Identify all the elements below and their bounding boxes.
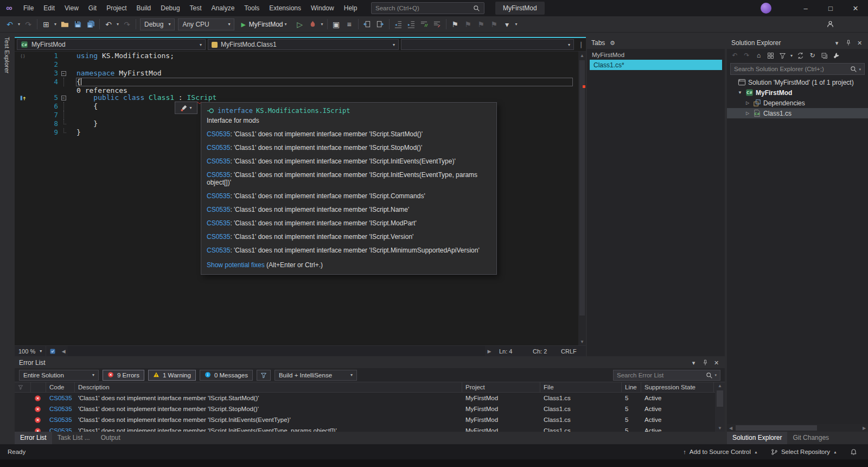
scroll-right-icon[interactable]: ▶ — [485, 349, 494, 354]
warnings-filter-button[interactable]: 1 Warning — [148, 370, 196, 381]
scroll-up-icon[interactable]: ▲ — [715, 382, 725, 389]
solution-configurations-dropdown[interactable]: Debug ▾ — [140, 18, 175, 30]
scroll-right-icon[interactable]: ▶ — [860, 426, 868, 431]
clear-bookmarks-icon[interactable]: ⚑ — [488, 18, 501, 31]
outlining-margin[interactable]: − — [58, 93, 69, 102]
navigate-forward-icon[interactable]: ↷ — [22, 18, 35, 31]
collapse-icon[interactable]: − — [61, 71, 66, 76]
error-row-1[interactable]: CS0535'Class1' does not implement interf… — [15, 403, 715, 414]
column-header-suppression-state[interactable]: Suppression State — [641, 382, 714, 392]
document-health-icon[interactable] — [49, 348, 56, 355]
hot-reload-dropdown[interactable]: ▾ — [320, 22, 325, 27]
messages-filter-button[interactable]: 0 Messages — [200, 370, 253, 381]
outlining-margin[interactable]: − — [58, 69, 69, 78]
add-to-source-control-button[interactable]: ↑ Add to Source Control ▲ — [683, 449, 758, 455]
expander-icon[interactable]: ▷ — [744, 100, 751, 105]
select-repository-button[interactable]: Select Repository ▲ — [771, 449, 837, 456]
undo-icon[interactable]: ↶ — [102, 18, 115, 31]
solution-platforms-dropdown[interactable]: Any CPU ▾ — [178, 18, 234, 30]
close-icon[interactable]: ✕ — [856, 39, 864, 47]
chevron-down-icon[interactable]: ▾ — [859, 67, 861, 71]
tabs-panel-header[interactable]: Tabs ⚙ — [587, 37, 725, 49]
account-avatar[interactable] — [761, 3, 771, 14]
menu-item-view[interactable]: View — [60, 0, 84, 16]
editor-vertical-scrollbar[interactable]: ▲ ▼ — [578, 52, 586, 345]
toggle-bookmark-icon[interactable]: ⚑ — [449, 18, 462, 31]
save-all-icon[interactable] — [84, 18, 97, 31]
breakpoints-window-icon[interactable]: ≡ — [343, 18, 356, 31]
navigate-backward-icon[interactable]: ↶ — [3, 18, 16, 31]
solution-explorer-search-input[interactable] — [734, 66, 848, 72]
scrollbar-thumb[interactable] — [579, 60, 585, 315]
close-icon[interactable]: ✕ — [712, 359, 720, 367]
error-code-link[interactable]: CS0535 — [207, 233, 230, 241]
refresh-icon[interactable]: ↻ — [807, 50, 818, 61]
type-dropdown[interactable]: MyFirstMod.Class1 ▾ — [208, 39, 399, 50]
bottom-tab-task-list[interactable]: Task List ... — [52, 432, 95, 444]
pin-icon[interactable] — [844, 39, 852, 47]
new-project-icon[interactable]: ⊞ — [40, 18, 53, 31]
column-header-line[interactable]: Line — [622, 382, 641, 392]
code-line-3[interactable]: 3−namespace MyFirstMod — [15, 69, 578, 78]
filter-button[interactable] — [257, 370, 271, 381]
column-header-project[interactable]: Project — [462, 382, 540, 392]
collapse-icon[interactable]: − — [61, 96, 66, 100]
bottom-tab-output[interactable]: Output — [95, 432, 126, 444]
errors-filter-button[interactable]: 9 Errors — [103, 370, 144, 381]
source-dropdown[interactable]: Build + IntelliSense ▾ — [275, 370, 357, 381]
navigate-forward-icon[interactable]: ↷ — [741, 50, 752, 61]
scope-dropdown[interactable]: Entire Solution ▾ — [19, 370, 99, 381]
show-potential-fixes-link[interactable]: Show potential fixes — [207, 261, 265, 269]
tree-item-dependencies[interactable]: ▷Dependencies — [727, 98, 868, 108]
menu-item-help[interactable]: Help — [339, 0, 362, 16]
error-code-link[interactable]: CS0535 — [207, 144, 230, 152]
indent-increase-icon[interactable] — [405, 18, 418, 31]
error-list-search-box[interactable]: ▾ — [613, 370, 720, 381]
scroll-up-icon[interactable]: ▲ — [578, 52, 586, 59]
error-list-search-input[interactable] — [617, 372, 704, 378]
indent-decrease-icon[interactable] — [392, 18, 405, 31]
scrollbar-thumb[interactable] — [736, 425, 817, 431]
editor-horizontal-scrollbar[interactable] — [68, 346, 485, 356]
column-header-icon1[interactable] — [31, 382, 46, 392]
solution-explorer-search-box[interactable]: ▾ — [730, 63, 865, 75]
error-row-0[interactable]: CS0535'Class1' does not implement interf… — [15, 393, 715, 403]
code-line-4[interactable]: 4{ — [15, 78, 578, 86]
menu-item-build[interactable]: Build — [132, 0, 156, 16]
menu-item-project[interactable]: Project — [101, 0, 131, 16]
comment-selection-icon[interactable] — [418, 18, 431, 31]
undo-dropdown[interactable]: ▾ — [115, 22, 120, 27]
zoom-dropdown[interactable]: 100 % ▾ — [15, 346, 46, 356]
save-icon[interactable] — [71, 18, 84, 31]
toolbar-options-dropdown[interactable]: ▾ — [514, 22, 519, 27]
navigate-forward-document-icon[interactable] — [374, 18, 387, 31]
minimize-button[interactable]: – — [793, 0, 818, 16]
solution-explorer-header[interactable]: Solution Explorer ▾ ✕ — [727, 37, 868, 49]
solution-explorer-horizontal-scrollbar[interactable]: ◀ ▶ — [727, 424, 868, 432]
live-share-icon[interactable]: ▣ — [330, 18, 343, 31]
error-code-link[interactable]: CS0535 — [207, 247, 230, 254]
collapse-all-icon[interactable] — [819, 50, 830, 61]
error-code-link[interactable]: CS0535 — [207, 206, 230, 213]
navigate-backward-document-icon[interactable] — [361, 18, 374, 31]
column-header-code[interactable]: Code — [46, 382, 75, 392]
code-line-5[interactable]: 5− public class Class1 : IScript — [15, 93, 578, 102]
gear-icon[interactable]: ⚙ — [608, 39, 616, 47]
pending-changes-filter-dropdown[interactable]: ▾ — [789, 53, 794, 58]
start-without-debugging-icon[interactable]: ▷ — [293, 18, 307, 31]
chevron-down-icon[interactable]: ▾ — [714, 373, 717, 377]
properties-icon[interactable] — [831, 50, 842, 61]
member-dropdown[interactable]: ▾ — [401, 39, 574, 50]
error-code-link[interactable]: CS0535 — [207, 192, 230, 200]
redo-icon[interactable]: ↷ — [120, 18, 133, 31]
quick-actions-button[interactable]: ▾ — [175, 102, 197, 114]
close-button[interactable]: ✕ — [843, 0, 868, 16]
error-code-link[interactable]: CS0535 — [207, 219, 230, 227]
menu-item-test[interactable]: Test — [185, 0, 207, 16]
switch-views-icon[interactable] — [765, 50, 776, 61]
error-row-2[interactable]: CS0535'Class1' does not implement interf… — [15, 414, 715, 425]
project-dropdown[interactable]: C# MyFirstMod ▾ — [17, 39, 206, 50]
scroll-down-icon[interactable]: ▼ — [578, 338, 586, 345]
visual-studio-logo-icon[interactable]: ∞ — [0, 3, 18, 13]
error-list-header[interactable]: Error List ▾ ✕ — [15, 357, 725, 368]
